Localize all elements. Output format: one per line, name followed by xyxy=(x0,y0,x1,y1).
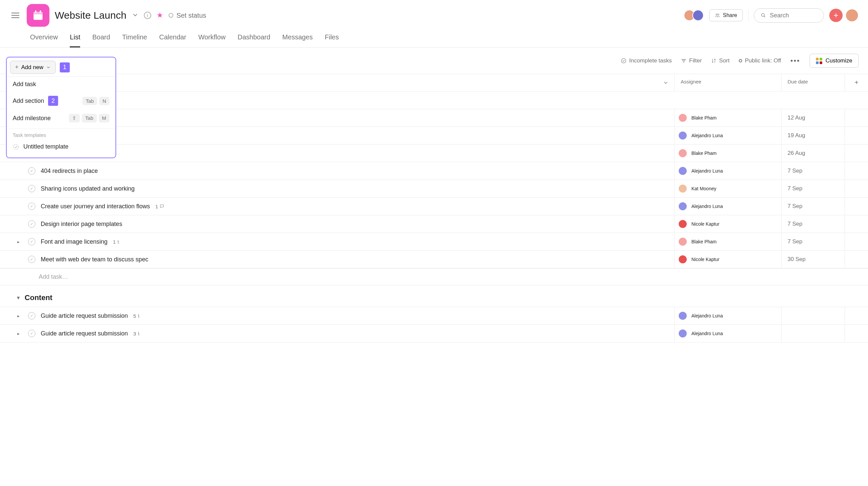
tab-dashboard[interactable]: Dashboard xyxy=(238,33,271,47)
sort-button[interactable]: Sort xyxy=(711,57,730,64)
task-row[interactable]: ✓Design interior page templatesNicole Ka… xyxy=(0,215,868,233)
due-date-cell[interactable] xyxy=(781,307,845,324)
menu-icon[interactable] xyxy=(9,11,21,20)
user-avatar[interactable] xyxy=(845,9,859,22)
tab-files[interactable]: Files xyxy=(325,33,339,47)
complete-checkbox[interactable]: ✓ xyxy=(28,330,35,337)
tab-board[interactable]: Board xyxy=(92,33,110,47)
complete-checkbox[interactable]: ✓ xyxy=(28,185,35,192)
task-row[interactable]: ▸✓Guide article request submission3 Alej… xyxy=(0,324,868,343)
assignee-cell[interactable]: Alejandro Luna xyxy=(674,127,781,144)
subtask-count: 5 xyxy=(133,313,142,319)
due-date-cell[interactable]: 30 Sep xyxy=(781,251,845,268)
complete-checkbox[interactable]: ✓ xyxy=(28,167,35,174)
toggle-off-icon xyxy=(739,59,742,62)
tab-list[interactable]: List xyxy=(70,33,80,47)
avatar xyxy=(678,219,687,229)
search-input[interactable] xyxy=(770,12,817,19)
more-options-button[interactable]: ••• xyxy=(790,56,800,65)
avatar xyxy=(678,131,687,140)
global-add-button[interactable]: + xyxy=(829,9,843,22)
assignee-name: Nicole Kaptur xyxy=(691,221,719,227)
menu-add-section[interactable]: Add section 2 Tab N xyxy=(7,92,116,110)
task-row[interactable]: ✓nkg teamAlejandro Luna19 Aug xyxy=(0,127,868,144)
due-date-cell[interactable]: 7 Sep xyxy=(781,180,845,197)
sort-icon xyxy=(711,58,716,63)
menu-untitled-template[interactable]: Untitled template xyxy=(7,139,116,154)
assignee-cell[interactable]: Nicole Kaptur xyxy=(674,251,781,268)
people-icon xyxy=(715,13,720,18)
task-row[interactable]: ✓ hidden Blake Pham 12 Aug xyxy=(0,109,868,127)
avatar xyxy=(678,113,687,123)
assignee-cell[interactable]: Alejandro Luna xyxy=(674,162,781,180)
due-date-cell[interactable]: 7 Sep xyxy=(781,233,845,250)
task-name: Meet with web dev team to discuss spec xyxy=(41,256,148,263)
menu-add-task[interactable]: Add task xyxy=(7,77,116,92)
due-date-cell[interactable]: 7 Sep xyxy=(781,215,845,233)
section-heading-content[interactable]: ▼ Content xyxy=(0,285,868,307)
tab-calendar[interactable]: Calendar xyxy=(159,33,186,47)
complete-checkbox[interactable]: ✓ xyxy=(28,203,35,210)
complete-checkbox[interactable]: ✓ xyxy=(28,256,35,263)
task-templates-label: Task templates xyxy=(7,129,116,139)
assignee-cell[interactable]: Nicole Kaptur xyxy=(674,215,781,233)
search-box[interactable] xyxy=(754,8,824,23)
collapse-icon[interactable]: ▼ xyxy=(16,295,21,300)
expand-toggle[interactable]: ▸ xyxy=(18,314,23,318)
tab-overview[interactable]: Overview xyxy=(30,33,58,47)
task-row[interactable]: ✓Meet with web dev team to discuss specN… xyxy=(0,250,868,268)
kbd-tab: Tab xyxy=(83,97,97,105)
assignee-cell[interactable]: Alejandro Luna xyxy=(674,307,781,324)
star-icon[interactable]: ★ xyxy=(157,11,163,20)
complete-checkbox[interactable]: ✓ xyxy=(28,220,35,228)
assignee-column-header[interactable]: Assignee xyxy=(674,74,781,91)
assignee-cell[interactable]: Blake Pham xyxy=(674,144,781,162)
add-new-button[interactable]: + Add new xyxy=(10,61,56,74)
assignee-cell[interactable]: Blake Pham xyxy=(674,233,781,250)
svg-point-5 xyxy=(718,14,719,15)
menu-untitled-template-label: Untitled template xyxy=(23,143,68,150)
assignee-cell[interactable]: Kat Mooney xyxy=(674,180,781,197)
assignee-cell[interactable]: Alejandro Luna xyxy=(674,325,781,342)
info-icon[interactable]: i xyxy=(144,12,151,19)
share-button[interactable]: Share xyxy=(709,9,743,21)
due-date-cell[interactable]: 26 Aug xyxy=(781,144,845,162)
project-dropdown-caret[interactable] xyxy=(132,12,138,19)
due-date-cell[interactable] xyxy=(781,325,845,342)
task-row[interactable]: ▸✓Guide article request submission5 Alej… xyxy=(0,307,868,324)
incomplete-tasks-filter[interactable]: Incomplete tasks xyxy=(621,57,672,64)
assignee-cell[interactable]: Blake Pham xyxy=(674,109,781,127)
complete-checkbox[interactable]: ✓ xyxy=(28,312,35,319)
expand-toggle[interactable]: ▸ xyxy=(18,331,23,336)
task-row[interactable]: ✓Cookies noticeBlake Pham26 Aug xyxy=(0,144,868,162)
set-status-button[interactable]: Set status xyxy=(168,12,206,19)
tab-messages[interactable]: Messages xyxy=(282,33,313,47)
task-name: Font and image licensing xyxy=(41,238,107,245)
due-date-cell[interactable]: 12 Aug xyxy=(781,109,845,127)
assignee-cell[interactable]: Alejandro Luna xyxy=(674,198,781,215)
search-icon xyxy=(761,12,766,19)
filter-button[interactable]: Filter xyxy=(681,57,702,64)
task-row[interactable]: ✓Create user journey and interaction flo… xyxy=(0,197,868,215)
svg-point-4 xyxy=(716,14,717,15)
tab-timeline[interactable]: Timeline xyxy=(122,33,147,47)
svg-point-8 xyxy=(621,58,626,63)
menu-add-milestone[interactable]: Add milestone ⇧ Tab M xyxy=(7,110,116,127)
member-avatars[interactable] xyxy=(686,10,704,21)
subtask-count: 1 xyxy=(113,239,122,245)
due-date-cell[interactable]: 7 Sep xyxy=(781,162,845,180)
task-row[interactable]: ✓Sharing icons updated and workingKat Mo… xyxy=(0,180,868,197)
task-row[interactable]: ▸✓Font and image licensing1 Blake Pham7 … xyxy=(0,233,868,250)
due-date-column-header[interactable]: Due date xyxy=(781,74,845,91)
complete-checkbox[interactable]: ✓ xyxy=(28,238,35,245)
tab-workflow[interactable]: Workflow xyxy=(198,33,226,47)
due-date-cell[interactable]: 7 Sep xyxy=(781,198,845,215)
add-task-row[interactable]: Add task… xyxy=(0,268,868,285)
due-date-cell[interactable]: 19 Aug xyxy=(781,127,845,144)
public-link-toggle[interactable]: Public link: Off xyxy=(739,57,781,64)
assignee-name: Nicole Kaptur xyxy=(691,257,719,262)
customize-button[interactable]: Customize xyxy=(810,54,859,68)
task-row[interactable]: ✓404 redirects in placeAlejandro Luna7 S… xyxy=(0,162,868,180)
expand-toggle[interactable]: ▸ xyxy=(18,239,23,244)
add-column-button[interactable]: + xyxy=(845,74,868,91)
